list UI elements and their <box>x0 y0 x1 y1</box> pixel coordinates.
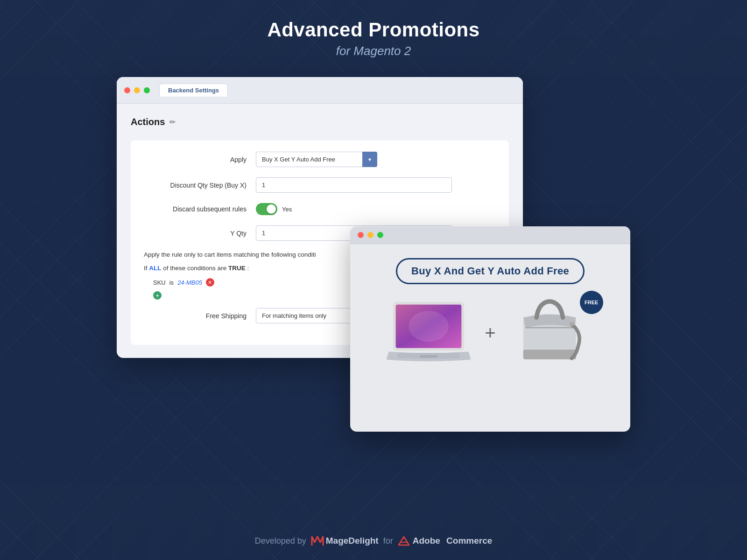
traffic-light-green[interactable] <box>144 87 150 93</box>
apply-select-wrapper: Buy X Get Y Auto Add FreePercent of prod… <box>256 152 377 167</box>
window-titlebar: Backend Settings <box>117 77 523 104</box>
sku-label: SKU <box>153 279 166 286</box>
discard-rules-toggle[interactable] <box>256 203 277 215</box>
svg-point-143 <box>409 311 449 342</box>
page-title: Advanced Promotions <box>267 19 479 41</box>
conditions-all-keyword[interactable]: ALL <box>149 265 161 272</box>
promo-content: Buy X And Get Y Auto Add Free <box>350 244 630 429</box>
toggle-container: Yes <box>256 203 405 215</box>
promo-badge: Buy X And Get Y Auto Add Free <box>396 258 585 284</box>
edit-icon[interactable]: ✏ <box>169 118 176 126</box>
conditions-if-text: If <box>144 265 148 272</box>
page-subtitle: for Magento 2 <box>336 44 411 58</box>
conditions-colon: : <box>247 265 249 272</box>
laptop-product <box>382 295 475 370</box>
promo-products: + <box>382 295 598 370</box>
free-shipping-label: Free Shipping <box>144 312 256 320</box>
traffic-light-yellow[interactable] <box>134 87 140 93</box>
conditions-true-keyword: TRUE <box>228 265 246 272</box>
page-content: Advanced Promotions for Magento 2 Backen… <box>0 0 747 560</box>
apply-control: Buy X Get Y Auto Add FreePercent of prod… <box>256 152 405 167</box>
discard-rules-control: Yes <box>256 203 405 215</box>
bag-product: FREE <box>505 295 599 370</box>
section-title: Actions <box>131 117 165 127</box>
apply-label: Apply <box>144 156 256 163</box>
plus-sign: + <box>485 322 495 343</box>
promo-traffic-light-yellow[interactable] <box>367 232 374 238</box>
section-header: Actions ✏ <box>131 117 509 127</box>
free-badge-label: FREE <box>585 300 598 305</box>
discount-qty-label: Discount Qty Step (Buy X) <box>144 182 256 189</box>
laptop-icon <box>384 297 473 369</box>
add-condition-button[interactable]: + <box>153 291 162 300</box>
free-badge: FREE <box>580 291 603 314</box>
backend-settings-tab[interactable]: Backend Settings <box>159 84 228 97</box>
y-qty-label: Y Qty <box>144 230 256 237</box>
promo-titlebar <box>350 226 630 244</box>
windows-container: Backend Settings Actions ✏ Apply <box>117 77 630 432</box>
discard-rules-row: Discard subsequent rules Yes <box>144 203 496 215</box>
discount-qty-row: Discount Qty Step (Buy X) <box>144 177 496 193</box>
sku-is-label: is <box>169 279 174 286</box>
apply-row: Apply Buy X Get Y Auto Add FreePercent o… <box>144 152 496 167</box>
traffic-light-red[interactable] <box>124 87 130 93</box>
conditions-true-prefix: of these conditions are <box>163 265 226 272</box>
discount-qty-control <box>256 177 405 193</box>
promo-traffic-light-green[interactable] <box>377 232 383 238</box>
promo-window: Buy X And Get Y Auto Add Free <box>350 226 630 432</box>
discount-qty-input[interactable] <box>256 177 452 193</box>
conditions-apply-text: Apply the rule only to cart items matchi… <box>144 251 316 258</box>
toggle-yes-label: Yes <box>282 206 292 213</box>
remove-condition-button[interactable]: ✕ <box>206 278 214 287</box>
svg-rect-145 <box>420 355 437 358</box>
svg-rect-149 <box>569 322 574 325</box>
apply-select[interactable]: Buy X Get Y Auto Add FreePercent of prod… <box>256 152 377 167</box>
discard-rules-label: Discard subsequent rules <box>144 205 256 213</box>
svg-rect-148 <box>523 350 576 359</box>
promo-traffic-light-red[interactable] <box>358 232 364 238</box>
sku-value: 24-MB05 <box>177 279 202 286</box>
bag-icon <box>514 297 589 369</box>
